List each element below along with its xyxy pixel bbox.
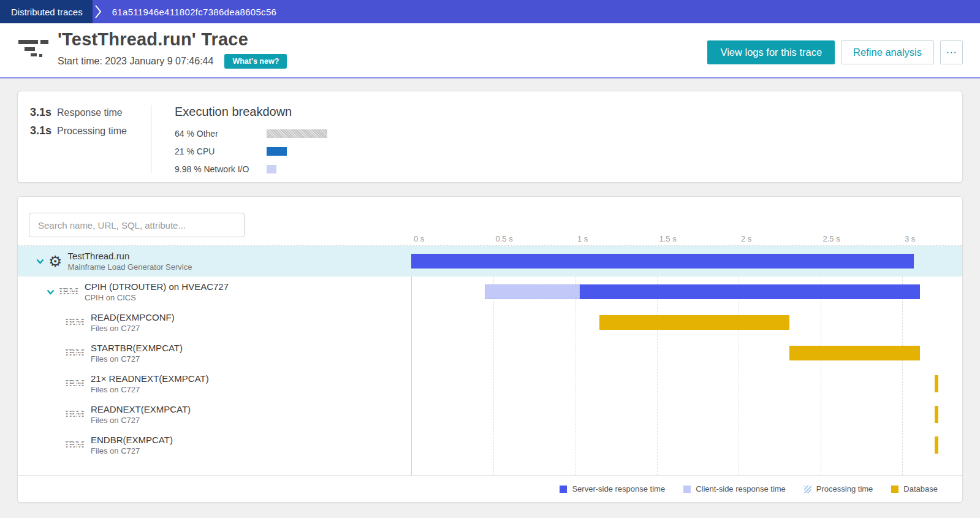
ibm-logo-icon: IBM [65,441,85,449]
span-name: 21× READNEXT(EXMPCAT) [91,373,209,384]
metric-value: 3.1s [30,124,51,137]
timing-bar-server[interactable] [580,284,920,299]
trace-row-tree-cell: IBMENDBR(EXMPCAT)Files on C727 [18,430,411,460]
axis-tick-label: 2 s [741,234,751,243]
timing-bar-database[interactable] [789,346,921,360]
more-actions-button[interactable]: ⋯ [940,40,963,64]
trace-row-chart-cell [411,430,962,460]
legend-item-database: Database [891,484,938,493]
trace-row-tree-cell: IBMSTARTBR(EXMPCAT)Files on C727 [18,338,411,368]
trace-row[interactable]: IBM21× READNEXT(EXMPCAT)Files on C727 [18,368,962,399]
breakdown-label: 9.98 % Network I/O [175,164,267,174]
trace-row[interactable]: ⚙TestThread.runMainframe Load Generator … [18,246,962,276]
trace-row-chart-cell [411,368,962,399]
breadcrumb-chevron-icon [94,0,102,23]
axis-tick-label: 1.5 s [659,234,677,243]
breakdown-row: 21 % CPU [175,147,327,156]
breadcrumb-label: Distributed traces [11,7,83,17]
summary-card: 3.1sResponse time3.1sProcessing time Exe… [17,91,963,183]
ibm-logo-icon: IBM [59,288,78,296]
timing-metrics: 3.1sResponse time3.1sProcessing time [30,105,151,182]
legend-label: Client-side response time [696,484,786,493]
timing-bar-client[interactable] [485,284,580,299]
trace-row-labels: STARTBR(EXMPCAT)Files on C727 [91,342,183,364]
trace-row-labels: CPIH (DTROUTER) on HVEAC727CPIH on CICS [85,281,229,303]
axis-tick-label: 3 s [905,234,915,243]
trace-row-chart-cell [411,338,962,368]
span-service: Files on C727 [91,384,209,395]
trace-row[interactable]: IBMREAD(EXMPCONF)Files on C727 [18,307,962,338]
trace-row-chart-cell [411,399,962,430]
top-breadcrumb-bar: Distributed traces 61a511946e411802fc738… [0,0,980,23]
time-axis: 0 s0.5 s1 s1.5 s2 s2.5 s3 s [18,232,962,246]
trace-row[interactable]: IBMCPIH (DTROUTER) on HVEAC727CPIH on CI… [18,276,962,307]
trace-row-labels: READNEXT(EXMPCAT)Files on C727 [91,403,191,425]
breakdown-bar-other [267,129,327,138]
span-service: Files on C727 [91,323,175,333]
ibm-logo-icon: IBM [65,318,85,327]
ibm-logo-icon: IBM [65,349,85,357]
breadcrumb-trace-id[interactable]: 61a511946e411802fc7386dea8605c56 [105,0,276,23]
page-header: 'TestThread.run' Trace Start time: 2023 … [0,23,980,78]
start-time-label: Start time: 2023 January 9 07:46:44 [58,56,213,67]
chevron-down-icon[interactable] [47,289,55,295]
span-service: Files on C727 [91,446,173,456]
breakdown-bar-cpu [267,147,287,156]
legend-item-client: Client-side response time [683,484,786,493]
timing-bar-database[interactable] [935,375,938,392]
trace-row-chart-cell [411,246,962,276]
execution-breakdown-title: Execution breakdown [175,105,327,119]
trace-row-tree-cell: IBMCPIH (DTROUTER) on HVEAC727CPIH on CI… [18,276,411,307]
breakdown-label: 64 % Other [175,129,267,139]
breadcrumb-distributed-traces[interactable]: Distributed traces [0,0,93,23]
chart-legend: Server-side response timeClient-side res… [18,475,962,502]
legend-swatch-database [891,486,898,493]
metric-label: Processing time [57,126,127,137]
trace-row-tree-cell: ⚙TestThread.runMainframe Load Generator … [18,246,411,276]
trace-row-chart-cell [411,307,962,338]
trace-row[interactable]: IBMSTARTBR(EXMPCAT)Files on C727 [18,338,962,368]
trace-tree: ⚙TestThread.runMainframe Load Generator … [18,246,962,460]
legend-item-processing: Processing time [804,484,873,493]
trace-row-labels: READ(EXMPCONF)Files on C727 [91,311,175,333]
vertical-divider [151,105,151,173]
timing-bar-server[interactable] [411,254,914,269]
refine-analysis-button[interactable]: Refine analysis [841,40,934,64]
page-title: 'TestThread.run' Trace [58,29,287,50]
timing-bar-database[interactable] [599,315,789,330]
timing-bar-database[interactable] [935,406,938,423]
legend-label: Processing time [816,484,873,493]
span-service: Mainframe Load Generator Service [67,262,192,272]
trace-row-tree-cell: IBM21× READNEXT(EXMPCAT)Files on C727 [18,368,411,399]
ibm-logo-icon: IBM [65,379,85,388]
trace-row-labels: ENDBR(EXMPCAT)Files on C727 [91,434,173,456]
span-name: READ(EXMPCONF) [91,311,175,323]
axis-tick-label: 0 s [414,234,424,243]
trace-row-tree-cell: IBMREADNEXT(EXMPCAT)Files on C727 [18,399,411,430]
metric-label: Response time [57,107,123,118]
span-service: CPIH on CICS [85,292,229,303]
span-name: READNEXT(EXMPCAT) [91,403,191,415]
legend-item-server: Server-side response time [560,484,665,493]
metric-row: 3.1sResponse time [30,106,151,119]
trace-row-chart-cell [411,276,962,307]
legend-label: Database [903,484,938,493]
timing-bar-database[interactable] [935,436,938,454]
trace-row-labels: 21× READNEXT(EXMPCAT)Files on C727 [91,373,209,395]
trace-row[interactable]: IBMREADNEXT(EXMPCAT)Files on C727 [18,399,962,430]
waterfall-card: 0 s0.5 s1 s1.5 s2 s2.5 s3 s ⚙TestThread.… [17,196,963,503]
span-service: Files on C727 [91,415,191,425]
chevron-down-icon[interactable] [36,259,44,264]
view-logs-button[interactable]: View logs for this trace [707,40,835,64]
axis-tick-label: 1 s [577,234,588,243]
legend-swatch-processing [804,486,811,493]
metric-row: 3.1sProcessing time [30,124,151,137]
legend-swatch-client [683,486,691,493]
span-service: Files on C727 [91,354,183,364]
execution-breakdown: Execution breakdown 64 % Other21 % CPU9.… [175,105,327,182]
service-gear-icon: ⚙ [48,254,62,269]
trace-row-tree-cell: IBMREAD(EXMPCONF)Files on C727 [18,307,411,338]
whats-new-badge[interactable]: What's new? [224,54,287,69]
trace-row[interactable]: IBMENDBR(EXMPCAT)Files on C727 [18,430,962,460]
axis-tick-label: 2.5 s [823,234,840,243]
